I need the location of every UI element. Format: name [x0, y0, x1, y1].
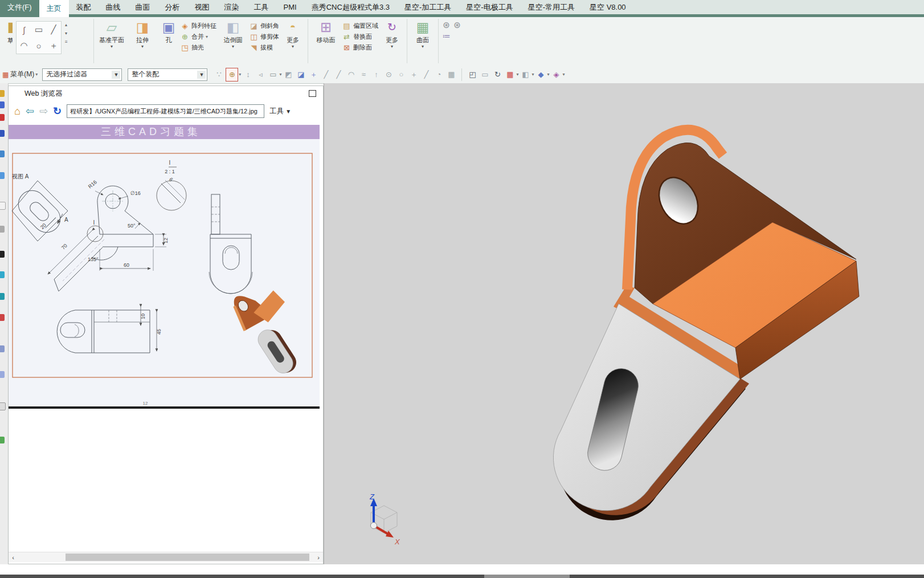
sketch-palette-scroll[interactable]: ▴ ▾ ≡	[64, 19, 69, 48]
snap-point-icon[interactable]: ∵	[213, 68, 224, 81]
dropdown-caret-icon[interactable]: ▾	[562, 72, 565, 77]
grid-icon[interactable]: ▦	[445, 68, 457, 81]
maximize-icon[interactable]	[309, 90, 316, 97]
tab-xingkong-electrode[interactable]: 星空-电极工具	[459, 0, 520, 14]
line2-icon[interactable]: ╱	[333, 68, 344, 81]
graphics-viewport[interactable]: Z X	[324, 83, 924, 564]
horizontal-scrollbar[interactable]: ‹ ›	[9, 552, 323, 562]
address-input[interactable]	[67, 104, 264, 118]
dropdown-caret-icon[interactable]: ▾	[531, 72, 534, 77]
render-style-icon[interactable]: ◧	[520, 68, 531, 81]
tab-xingkong-v8[interactable]: 星空 V8.00	[582, 0, 633, 14]
tab-pmi[interactable]: PMI	[276, 0, 304, 14]
dropdown-caret-icon[interactable]: ▾	[516, 72, 518, 77]
tab-yanxiu-cnc[interactable]: 燕秀CNC超级程式单3.3	[304, 0, 397, 14]
edge-blend-button[interactable]: ◧ 边倒圆 ▾	[219, 19, 247, 49]
point-icon[interactable]: ＋	[46, 38, 61, 54]
hole-button[interactable]: ▣ 孔	[159, 19, 178, 44]
scrollbar-thumb[interactable]	[66, 553, 309, 561]
delete-face-button[interactable]: ⊠ 删除面	[342, 43, 378, 52]
home-icon[interactable]: ⌂	[14, 106, 21, 116]
tab-view[interactable]: 视图	[187, 0, 217, 14]
menu-button[interactable]: ▦ 菜单(M) ▾	[0, 70, 42, 79]
tab-assemblies[interactable]: 装配	[69, 0, 99, 14]
scroll-right-icon[interactable]: ›	[314, 554, 323, 561]
dropdown-caret-icon[interactable]: ▾	[391, 44, 393, 49]
expand-icon[interactable]: ≡	[65, 39, 68, 44]
dock-icon[interactable]	[0, 314, 5, 321]
scroll-up-icon[interactable]: ▴	[65, 22, 68, 27]
spline-icon[interactable]: ≈	[358, 68, 369, 81]
dock-icon[interactable]	[0, 293, 5, 300]
arc-icon[interactable]: ◠	[345, 68, 357, 81]
bracket-part[interactable]	[553, 130, 859, 520]
dock-icon[interactable]	[0, 172, 5, 179]
unite-button[interactable]: ⊕ 合并 ▾	[181, 32, 216, 42]
dropdown-caret-icon[interactable]: ▾	[206, 34, 208, 39]
dropdown-caret-icon[interactable]: ▾	[279, 72, 281, 77]
forward-icon[interactable]: ⇨	[39, 106, 48, 116]
dock-icon[interactable]	[0, 271, 5, 278]
refresh-icon[interactable]: ↻	[53, 106, 62, 116]
tab-analysis[interactable]: 分析	[158, 0, 187, 14]
shell-button[interactable]: ◳ 抽壳	[181, 43, 216, 52]
selection-filter-dropdown[interactable]: 无选择过滤器 ▼	[42, 68, 122, 81]
dock-icon[interactable]	[0, 90, 5, 97]
tab-xingkong-common[interactable]: 星空-常用工具	[521, 0, 582, 14]
tab-home[interactable]: 主页	[39, 0, 69, 17]
feature-more-button[interactable]: ◓ 更多 ▾	[281, 19, 304, 49]
vector-icon[interactable]: ↑	[370, 68, 382, 81]
dropdown-caret-icon[interactable]: ▾	[422, 44, 424, 49]
datum-plane-button[interactable]: ▱ 基准平面 ▾	[97, 19, 126, 49]
dock-icon[interactable]	[0, 114, 5, 121]
line-icon[interactable]: ╱	[46, 22, 61, 38]
offset-region-button[interactable]: ▤ 偏置区域	[342, 21, 378, 31]
assembly-icon[interactable]: ◪	[295, 68, 306, 81]
snap-midpoint-icon[interactable]: ↕	[242, 68, 254, 81]
dock-icon[interactable]	[0, 130, 5, 137]
window-icon[interactable]: ▭	[479, 68, 490, 81]
plus-icon[interactable]: ＋	[408, 68, 419, 81]
gear-tool-icon[interactable]: ⊛	[442, 20, 451, 30]
web-browser-title-bar[interactable]: Web 浏览器	[9, 86, 323, 101]
browser-tools-dropdown[interactable]: 工具 ▼	[269, 107, 291, 116]
line-icon[interactable]: ╱	[320, 68, 332, 81]
surface-button[interactable]: ▦ 曲面 ▾	[411, 19, 435, 49]
gear-tool2-icon[interactable]: ⊛	[453, 20, 461, 30]
segment-icon[interactable]: ╱	[420, 68, 432, 81]
zoom-window-icon[interactable]: ◰	[467, 68, 478, 81]
extrude-button[interactable]: ◨ 拉伸 ▾	[128, 19, 157, 49]
scroll-left-icon[interactable]: ‹	[9, 554, 18, 561]
dropdown-caret-icon[interactable]: ▾	[547, 72, 549, 77]
trim-body-button[interactable]: ◫ 修剪体	[250, 32, 279, 42]
dropdown-caret-icon[interactable]: ▾	[141, 44, 144, 49]
sketch-button-partial[interactable]: ◧ 草图	[0, 17, 13, 63]
fit-view-icon[interactable]: ▦	[504, 68, 516, 81]
dock-icon[interactable]	[0, 345, 5, 352]
tab-tools[interactable]: 工具	[247, 0, 276, 14]
tab-curve[interactable]: 曲线	[99, 0, 128, 14]
dock-icon[interactable]	[0, 251, 5, 258]
replace-face-button[interactable]: ⇄ 替换面	[342, 32, 378, 42]
dock-icon[interactable]	[0, 402, 6, 410]
arc-icon[interactable]: ◠	[17, 38, 31, 54]
gear-list-icon[interactable]: ≔	[442, 31, 451, 40]
dock-icon[interactable]	[0, 371, 5, 378]
appearance-icon[interactable]: ◈	[550, 68, 562, 81]
circle-icon[interactable]: ○	[395, 68, 407, 81]
dock-icon[interactable]	[0, 101, 5, 108]
dock-icon[interactable]	[0, 202, 6, 210]
circle-icon[interactable]: ○	[31, 38, 46, 54]
solid-body-icon[interactable]: ◩	[283, 68, 294, 81]
iso-view-icon[interactable]: ◆	[535, 68, 546, 81]
pattern-feature-button[interactable]: ◈ 阵列特征	[181, 21, 216, 31]
draft-button[interactable]: ◥ 拔模	[250, 43, 279, 52]
center-point-icon[interactable]: ⊙	[383, 68, 394, 81]
chamfer-button[interactable]: ◪ 倒斜角	[250, 21, 279, 31]
back-icon[interactable]: ⇦	[26, 106, 34, 116]
dropdown-caret-icon[interactable]: ▾	[239, 72, 241, 77]
scroll-down-icon[interactable]: ▾	[65, 31, 68, 36]
orbit-icon[interactable]: ↻	[492, 68, 503, 81]
marquee-select-icon[interactable]: ▭	[267, 68, 279, 81]
tab-render[interactable]: 渲染	[217, 0, 247, 14]
